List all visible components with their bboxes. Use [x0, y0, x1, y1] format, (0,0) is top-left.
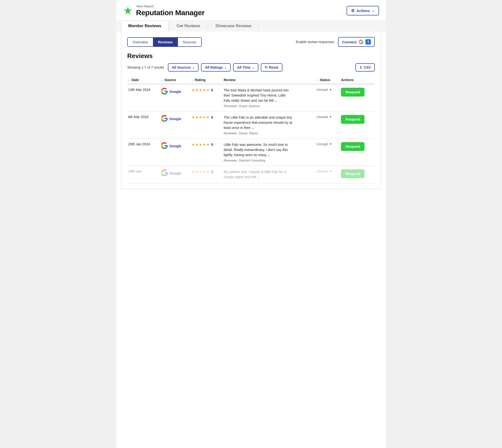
all-sources-filter[interactable]: All Sources ⌄ — [168, 63, 198, 72]
reviewer-name: Reviewer: Sanaz Tabasi — [224, 131, 313, 135]
status-dropdown[interactable]: ▼ — [329, 142, 332, 146]
source-cell: Google — [160, 84, 191, 112]
filter-row: Showing 1-7 of 7 results All Sources ⌄ A… — [127, 63, 375, 72]
source-cell: Google — [160, 166, 191, 183]
app-title: Reputation Manager — [136, 9, 204, 17]
respond-button[interactable]: Respond — [341, 169, 364, 178]
view-report-label: View Report: — [136, 4, 204, 8]
col-actions: Actions — [340, 76, 375, 84]
status-dropdown[interactable]: ▼ — [329, 115, 332, 119]
all-ratings-filter[interactable]: All Ratings ⌄ — [201, 63, 231, 72]
source-cell: Google — [160, 139, 191, 166]
google-g-icon — [161, 88, 168, 95]
respond-button[interactable]: Respond — [341, 115, 364, 124]
col-date[interactable]: ↕ Date — [127, 76, 160, 84]
date-cell: 13th Mar 2024 — [127, 84, 160, 112]
status-dropdown[interactable]: ▼ — [329, 170, 332, 173]
connect-area: Enable review responses: Connect f — [296, 37, 375, 47]
sort-arrows-icon: ↕ — [192, 79, 193, 82]
tab-showcase-reviews[interactable]: Showcase Reviews — [208, 20, 258, 32]
col-rating[interactable]: ↕ Rating — [191, 76, 223, 84]
expand-icon[interactable]: ⌄ — [267, 153, 270, 157]
sort-arrows-icon: ↕ — [161, 79, 162, 82]
review-text: The love Maśa & Michael have poured into… — [224, 88, 292, 103]
status-text: Unread — [316, 115, 328, 119]
star-logo-icon: ★ — [123, 5, 133, 16]
actions-cell: Respond — [340, 84, 375, 112]
all-ratings-label: All Ratings — [205, 65, 223, 69]
col-status[interactable]: ↕ Status — [315, 76, 340, 84]
table-row: 13th Mar 2024 Google ★★★★★ 5 The love Ma… — [127, 84, 375, 112]
download-icon: ⇓ — [359, 65, 362, 69]
sub-tab-sources[interactable]: Sources — [178, 38, 201, 46]
sub-tab-reviews[interactable]: Reviews — [153, 38, 178, 46]
rating-number: 5 — [211, 143, 213, 146]
chevron-down-icon: ⌄ — [192, 66, 195, 69]
chevron-down-icon: ⌄ — [372, 9, 374, 13]
actions-cell: Respond — [340, 112, 375, 139]
reviewer-name: Reviewer: Stanzel Consulting — [224, 159, 313, 162]
all-sources-label: All Sources — [172, 65, 191, 69]
section-title: Reviews — [127, 52, 375, 60]
connect-button[interactable]: Connect f — [338, 37, 375, 47]
table-row: 20th Jan Google ★★★★★ 5 My partner and I… — [127, 166, 375, 183]
sub-tab-overview[interactable]: Overview — [128, 38, 153, 46]
star-rating: ★★★★★ — [192, 88, 210, 92]
reviewer-name: Reviewer: Grace Jackson — [224, 104, 313, 108]
csv-button[interactable]: ⇓ CSV — [356, 63, 375, 72]
status-text: Unread — [316, 142, 328, 146]
rating-cell: ★★★★★ 5 — [191, 84, 223, 112]
date-cell: 20th Jan — [127, 166, 160, 183]
status-cell: Unread ▼ — [315, 84, 340, 112]
table-header-row: ↕ Date ↕ Source ↕ Rating Review ↕ Status — [127, 76, 375, 84]
chevron-down-icon: ⌄ — [252, 66, 254, 69]
expand-icon[interactable]: ⌄ — [251, 126, 254, 130]
content-area: Overview Reviews Sources Enable review r… — [121, 32, 381, 189]
all-time-label: All Time — [237, 65, 250, 69]
status-text: Unread — [316, 169, 328, 173]
status-cell: Unread ▼ — [315, 166, 340, 183]
expand-icon[interactable]: ⌄ — [257, 175, 260, 179]
source-cell: Google — [160, 112, 191, 139]
header: ★ View Report: Reputation Manager ⚙ Acti… — [116, 0, 386, 20]
status-cell: Unread ▼ — [315, 112, 340, 139]
header-title-group: View Report: Reputation Manager — [136, 4, 204, 17]
chevron-down-icon: ⌄ — [224, 66, 227, 69]
col-source[interactable]: ↕ Source — [160, 76, 191, 84]
star-rating: ★★★★★ — [192, 169, 210, 174]
header-left: ★ View Report: Reputation Manager — [123, 4, 204, 17]
respond-button[interactable]: Respond — [341, 88, 364, 96]
all-time-filter[interactable]: All Time ⌄ — [233, 63, 258, 72]
actions-button[interactable]: ⚙ Actions ⌄ — [347, 6, 379, 16]
reset-button[interactable]: ↻ Reset — [261, 63, 282, 72]
expand-icon[interactable]: ⌄ — [275, 98, 277, 102]
connect-label: Enable review responses: — [296, 40, 335, 44]
sort-arrows-icon: ↕ — [316, 79, 318, 82]
actions-cell: Respond — [340, 139, 375, 166]
respond-button[interactable]: Respond — [341, 142, 364, 151]
tab-monitor-reviews[interactable]: Monitor Reviews — [121, 20, 168, 32]
tab-get-reviews[interactable]: Get Reviews — [169, 20, 207, 32]
source-name: Google — [169, 90, 181, 94]
actions-label: Actions — [356, 9, 370, 13]
review-text: Little Falu was awesome. So much love to… — [224, 142, 292, 158]
table-row: 20th Jan 2024 Google ★★★★★ 5 Little Falu… — [127, 139, 375, 166]
table-row: 6th Mar 2024 Google ★★★★★ 5 The Little F… — [127, 112, 375, 139]
reset-icon: ↻ — [265, 65, 268, 69]
star-rating: ★★★★★ — [192, 115, 210, 120]
review-cell: The Little Falu is an adorable and uniqu… — [223, 112, 315, 139]
rating-number: 5 — [211, 88, 213, 92]
star-rating: ★★★★★ — [192, 142, 210, 147]
status-dropdown[interactable]: ▼ — [329, 88, 332, 91]
rating-cell: ★★★★★ 5 — [191, 139, 223, 166]
main-tabs: Monitor Reviews Get Reviews Showcase Rev… — [116, 20, 386, 32]
showing-label: Showing 1-7 of 7 results — [127, 65, 164, 69]
sub-tabs-row: Overview Reviews Sources Enable review r… — [127, 37, 375, 47]
reviews-table: ↕ Date ↕ Source ↕ Rating Review ↕ Status — [127, 76, 375, 183]
date-cell: 6th Mar 2024 — [127, 112, 160, 139]
source-name: Google — [169, 144, 181, 148]
google-g-icon — [161, 169, 168, 177]
review-text: The Little Falu is an adorable and uniqu… — [224, 115, 292, 130]
google-icon — [359, 39, 363, 44]
status-cell: Unread ▼ — [315, 139, 340, 166]
